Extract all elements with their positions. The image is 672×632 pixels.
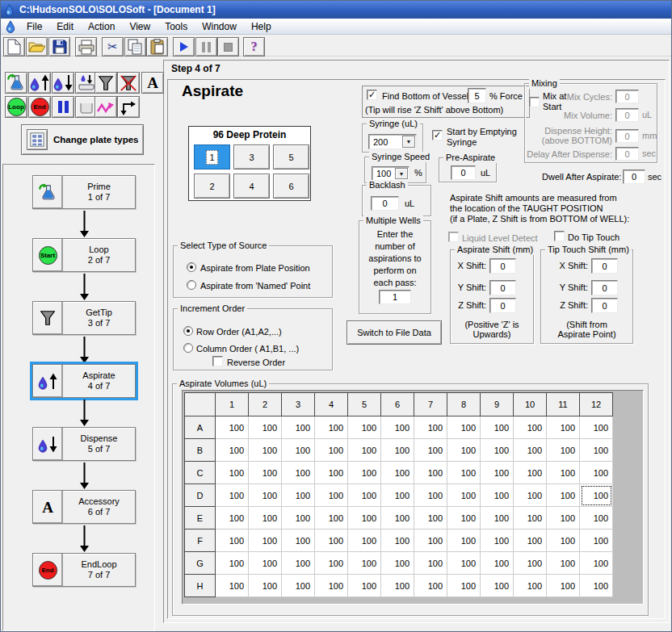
dwell-field[interactable]: 0 [623,170,645,184]
do-tip-touch-checkbox[interactable] [554,231,565,241]
multiple-wells-field[interactable]: 1 [379,290,411,304]
flow-step-aspirate[interactable]: Aspirate4 of 7 [32,364,136,398]
volume-cell-C8[interactable]: 100 [447,462,481,484]
mix-at-start-checkbox[interactable] [529,97,540,107]
change-plate-types-button[interactable]: Change plate types [21,124,144,155]
shift-field[interactable]: 0 [591,258,618,274]
start-by-emptying-checkbox[interactable] [432,130,443,140]
tool-accessory-button[interactable]: A [141,72,164,94]
volume-cell-F11[interactable]: 100 [547,529,580,552]
volume-cell-G12[interactable]: 100 [580,552,613,575]
volume-cell-H4[interactable]: 100 [315,575,348,597]
volume-cell-B2[interactable]: 100 [249,439,282,462]
volume-cell-A1[interactable]: 100 [216,416,249,439]
tool-discard-tip-button[interactable] [117,72,140,94]
volume-cell-G5[interactable]: 100 [348,552,381,575]
volume-cell-H2[interactable]: 100 [249,575,282,597]
shift-field[interactable]: 0 [489,258,516,274]
volume-cell-C6[interactable]: 100 [381,462,414,484]
volume-cell-E7[interactable]: 100 [414,507,447,529]
toolbar-save-button[interactable] [48,37,70,57]
reverse-order-checkbox[interactable] [212,356,223,366]
toolbar-open-file-button[interactable] [26,37,48,57]
volume-cell-E3[interactable]: 100 [282,507,315,529]
volume-cell-C4[interactable]: 100 [315,462,348,484]
volume-cell-A12[interactable]: 100 [580,416,613,439]
volume-cell-C1[interactable]: 100 [216,462,249,484]
volume-cell-A6[interactable]: 100 [381,416,414,439]
volume-cell-G7[interactable]: 100 [414,552,447,575]
volume-cell-D3[interactable]: 100 [282,484,315,507]
volume-cell-F10[interactable]: 100 [514,529,547,552]
tool-dispense-button[interactable] [52,72,74,94]
volume-cell-F1[interactable]: 100 [216,529,249,552]
volume-cell-H6[interactable]: 100 [381,575,414,597]
tool-loop-end-button[interactable]: End [28,96,51,118]
volume-cell-E11[interactable]: 100 [547,507,580,529]
volume-cell-F12[interactable]: 100 [580,529,613,552]
volume-cell-F4[interactable]: 100 [315,529,348,552]
volume-cell-A11[interactable]: 100 [547,416,580,439]
syringe-speed-arrow-icon[interactable]: ▼ [395,168,408,179]
volume-cell-H12[interactable]: 100 [580,575,613,597]
tool-shake-button[interactable] [94,96,117,118]
volume-cell-B11[interactable]: 100 [547,439,580,462]
radio-column-order-a1-b1-[interactable] [183,343,193,353]
volume-cell-D5[interactable]: 100 [348,484,381,507]
volume-cell-C9[interactable]: 100 [481,462,514,484]
tool-move-button[interactable] [117,96,140,118]
force-percent-field[interactable]: 5 [468,88,486,103]
volume-cell-A3[interactable]: 100 [282,416,315,439]
backlash-field[interactable]: 0 [371,196,399,211]
volume-cell-D7[interactable]: 100 [414,484,447,507]
plate-position-1[interactable]: 1 [194,144,230,170]
plate-position-6[interactable]: 6 [273,174,309,199]
volume-cell-C3[interactable]: 100 [282,462,315,484]
menu-item-help[interactable]: Help [244,19,279,34]
volume-cell-H8[interactable]: 100 [447,575,481,597]
volume-cell-F3[interactable]: 100 [282,529,315,552]
toolbar-stop-button[interactable] [217,37,239,57]
volume-cell-B9[interactable]: 100 [481,439,514,462]
toolbar-run-button[interactable] [173,37,195,57]
volume-cell-E5[interactable]: 100 [348,507,381,529]
pre-aspirate-field[interactable]: 0 [451,165,476,180]
tool-pause-bars-button[interactable] [52,96,74,118]
plate-position-3[interactable]: 3 [233,144,270,170]
volume-cell-E4[interactable]: 100 [315,507,348,529]
menu-item-tools[interactable]: Tools [158,19,195,34]
volume-cell-A7[interactable]: 100 [414,416,447,439]
menu-item-edit[interactable]: Edit [49,19,81,34]
toolbar-pause-button[interactable] [195,37,217,57]
volume-cell-D8[interactable]: 100 [447,484,481,507]
volume-cell-E1[interactable]: 100 [216,507,249,529]
volume-cell-H9[interactable]: 100 [481,575,514,597]
flow-step-gettip[interactable]: GetTip3 of 7 [32,301,136,335]
volume-cell-B7[interactable]: 100 [414,439,447,462]
plate-position-2[interactable]: 2 [194,174,230,199]
volume-cell-C12[interactable]: 100 [580,462,613,484]
volume-cell-C7[interactable]: 100 [414,462,447,484]
plate-position-5[interactable]: 5 [273,144,309,170]
flow-step-endloop[interactable]: EndEndLoop7 of 7 [32,553,136,587]
radio-aspirate-from-named-point[interactable] [187,280,196,290]
volume-cell-C2[interactable]: 100 [249,462,282,484]
volume-cell-G8[interactable]: 100 [447,552,481,575]
volume-cell-E6[interactable]: 100 [381,507,414,529]
volume-cell-B1[interactable]: 100 [216,439,249,462]
volume-cell-F2[interactable]: 100 [249,529,282,552]
toolbar-new-file-button[interactable] [3,37,25,57]
flow-step-loop[interactable]: StartLoop2 of 7 [32,238,136,272]
volume-cell-A5[interactable]: 100 [348,416,381,439]
tool-get-tip-button[interactable] [94,72,117,94]
shift-field[interactable]: 0 [591,298,618,313]
volume-cell-D2[interactable]: 100 [249,484,282,507]
shift-field[interactable]: 0 [489,298,516,313]
volume-cell-A9[interactable]: 100 [481,416,514,439]
volume-cell-E8[interactable]: 100 [447,507,481,529]
volume-cell-D12[interactable]: 100 [580,484,613,507]
volume-cell-A10[interactable]: 100 [514,416,547,439]
toolbar-paste-button[interactable] [146,37,168,57]
volume-cell-G11[interactable]: 100 [547,552,580,575]
volume-cell-G4[interactable]: 100 [315,552,348,575]
